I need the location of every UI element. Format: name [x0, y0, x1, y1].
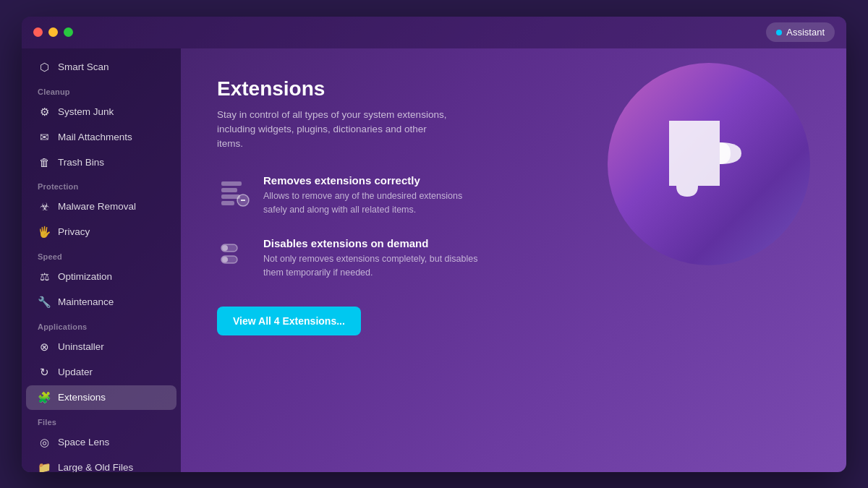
removes-title: Removes extensions correctly	[263, 174, 480, 187]
svg-rect-0	[221, 181, 242, 186]
disables-icon	[218, 239, 250, 270]
sidebar-item-trash-bins[interactable]: 🗑 Trash Bins	[26, 150, 176, 174]
sidebar-item-label: Smart Scan	[58, 61, 109, 72]
system-junk-icon: ⚙	[38, 106, 51, 119]
sidebar-item-updater[interactable]: ↻ Updater	[26, 360, 176, 385]
sidebar-item-optimization[interactable]: ⚖ Optimization	[26, 265, 176, 289]
disables-text: Disables extensions on demand Not only r…	[263, 237, 480, 280]
puzzle-circle	[608, 63, 810, 265]
svg-rect-1	[221, 188, 237, 192]
section-label-protection: Protection	[22, 175, 181, 194]
sidebar-item-malware-removal[interactable]: ☣ Malware Removal	[26, 194, 176, 219]
sidebar-item-label: Large & Old Files	[58, 462, 133, 472]
mail-icon: ✉	[38, 131, 51, 144]
removes-icon-wrap	[217, 174, 252, 209]
maintenance-icon: 🔧	[38, 296, 51, 309]
section-label-files: Files	[22, 411, 181, 429]
space-lens-icon: ◎	[38, 436, 51, 449]
sidebar-item-uninstaller[interactable]: ⊗ Uninstaller	[26, 335, 176, 359]
removes-icon	[218, 176, 250, 207]
sidebar-item-label: Trash Bins	[58, 157, 104, 168]
sidebar-item-smart-scan[interactable]: ⬡ Smart Scan	[26, 55, 176, 80]
assistant-label: Assistant	[786, 27, 825, 38]
optimization-icon: ⚖	[38, 270, 51, 283]
main-content: ⬡ Smart Scan Cleanup ⚙ System Junk ✉ Mai…	[22, 48, 846, 472]
removes-text: Removes extensions correctly Allows to r…	[263, 174, 480, 217]
updater-icon: ↻	[38, 366, 51, 379]
maximize-button[interactable]	[64, 27, 73, 37]
section-label-applications: Applications	[22, 315, 181, 334]
extensions-icon: 🧩	[38, 391, 51, 404]
disables-title: Disables extensions on demand	[263, 237, 480, 249]
title-bar: Assistant	[22, 17, 846, 48]
svg-point-7	[222, 245, 228, 251]
sidebar-item-label: Mail Attachments	[58, 132, 132, 142]
sidebar-item-label: System Junk	[58, 106, 114, 117]
illustration	[608, 63, 825, 280]
close-button[interactable]	[33, 27, 43, 37]
page-description: Stay in control of all types of your sys…	[217, 108, 448, 152]
sidebar-item-label: Privacy	[58, 226, 90, 237]
sidebar-item-label: Extensions	[58, 392, 106, 403]
sidebar-item-label: Maintenance	[58, 296, 114, 307]
view-all-button[interactable]: View All 4 Extensions...	[217, 307, 361, 335]
svg-rect-3	[221, 201, 234, 205]
puzzle-piece-icon	[647, 106, 770, 222]
section-label-speed: Speed	[22, 245, 181, 264]
sidebar-item-label: Updater	[58, 367, 93, 377]
sidebar-item-system-junk[interactable]: ⚙ System Junk	[26, 100, 176, 124]
disables-icon-wrap	[217, 237, 252, 272]
sidebar-item-mail-attachments[interactable]: ✉ Mail Attachments	[26, 125, 176, 150]
sidebar: ⬡ Smart Scan Cleanup ⚙ System Junk ✉ Mai…	[22, 48, 181, 472]
sidebar-item-label: Space Lens	[58, 437, 109, 448]
sidebar-item-space-lens[interactable]: ◎ Space Lens	[26, 430, 176, 455]
removes-desc: Allows to remove any of the undesired ex…	[263, 189, 480, 217]
section-label-cleanup: Cleanup	[22, 80, 181, 99]
sidebar-item-large-old-files[interactable]: 📁 Large & Old Files	[26, 455, 176, 472]
disables-desc: Not only removes extensions completely, …	[263, 252, 480, 280]
smart-scan-icon: ⬡	[38, 61, 51, 74]
uninstaller-icon: ⊗	[38, 341, 51, 354]
sidebar-item-label: Uninstaller	[58, 341, 104, 352]
minimize-button[interactable]	[48, 27, 58, 37]
app-window: Assistant ⬡ Smart Scan Cleanup ⚙ System …	[22, 17, 846, 472]
folder-icon: 📁	[38, 461, 51, 472]
assistant-dot-icon	[776, 30, 782, 35]
trash-icon: 🗑	[38, 156, 51, 168]
sidebar-item-maintenance[interactable]: 🔧 Maintenance	[26, 290, 176, 314]
sidebar-item-label: Malware Removal	[58, 201, 136, 212]
sidebar-item-extensions[interactable]: 🧩 Extensions	[26, 385, 176, 410]
privacy-icon: 🖐	[38, 226, 51, 239]
content-area: Extensions Stay in control of all types …	[181, 48, 846, 472]
malware-icon: ☣	[38, 200, 51, 213]
assistant-button[interactable]: Assistant	[766, 22, 835, 42]
sidebar-item-privacy[interactable]: 🖐 Privacy	[26, 220, 176, 244]
sidebar-item-label: Optimization	[58, 271, 112, 282]
svg-point-9	[222, 257, 228, 262]
traffic-lights	[33, 27, 73, 37]
